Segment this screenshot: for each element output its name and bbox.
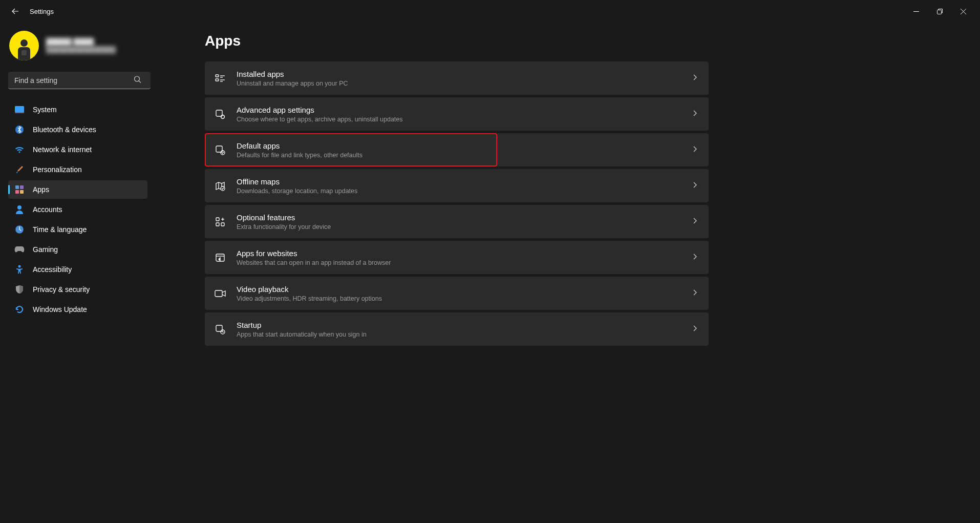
nav-label: Time & language [33, 225, 87, 234]
advanced-settings-icon [214, 108, 226, 120]
card-subtitle: Downloads, storage location, map updates [237, 187, 692, 195]
card-default-apps[interactable]: Default apps Defaults for file and link … [205, 133, 709, 166]
svg-rect-1 [937, 10, 941, 14]
card-subtitle: Uninstall and manage apps on your PC [237, 80, 692, 87]
optional-features-icon [214, 216, 226, 228]
nav-label: Gaming [33, 245, 58, 254]
video-playback-icon [214, 287, 226, 300]
svg-rect-38 [215, 290, 222, 297]
card-title: Optional features [237, 213, 692, 223]
chevron-right-icon [692, 110, 697, 119]
card-subtitle: Websites that can open in an app instead… [237, 259, 692, 266]
sidebar: █████ ████ ████████████████ System B [0, 23, 154, 523]
nav-item-time-language[interactable]: Time & language [8, 220, 147, 239]
system-icon [14, 104, 25, 115]
card-advanced-app-settings[interactable]: Advanced app settings Choose where to ge… [205, 97, 709, 131]
svg-rect-31 [216, 218, 219, 221]
maximize-button[interactable] [928, 3, 951, 19]
default-apps-icon [214, 144, 226, 156]
svg-rect-12 [15, 185, 19, 189]
svg-point-19 [18, 265, 21, 268]
card-title: Offline maps [237, 177, 692, 187]
nav-label: Privacy & security [33, 285, 90, 294]
gamepad-icon [14, 244, 25, 255]
close-button[interactable] [951, 3, 975, 19]
chevron-right-icon [692, 74, 697, 83]
search-icon [134, 76, 141, 86]
profile-name: █████ ████ [46, 38, 116, 46]
avatar [9, 31, 39, 60]
nav-item-personalization[interactable]: Personalization [8, 160, 147, 179]
svg-rect-20 [216, 75, 219, 77]
apps-for-websites-icon [214, 252, 226, 264]
card-offline-maps[interactable]: Offline maps Downloads, storage location… [205, 169, 709, 202]
nav-item-gaming[interactable]: Gaming [8, 240, 147, 259]
wifi-icon [14, 144, 25, 155]
nav-item-windows-update[interactable]: Windows Update [8, 300, 147, 319]
nav: System Bluetooth & devices Network & int… [8, 100, 147, 319]
profile-block[interactable]: █████ ████ ████████████████ [8, 28, 147, 70]
minimize-button[interactable] [904, 3, 928, 19]
card-title: Installed apps [237, 69, 692, 79]
card-title: Apps for websites [237, 248, 692, 259]
chevron-right-icon [692, 145, 697, 155]
nav-label: Accessibility [33, 265, 72, 274]
card-title: Advanced app settings [237, 105, 692, 115]
card-title: Startup [237, 320, 692, 330]
chevron-right-icon [692, 253, 697, 262]
nav-item-privacy[interactable]: Privacy & security [8, 280, 147, 299]
update-icon [14, 304, 25, 315]
profile-email: ████████████████ [46, 46, 116, 53]
window-title: Settings [30, 8, 54, 15]
titlebar: Settings [0, 0, 980, 23]
nav-item-apps[interactable]: Apps [8, 180, 147, 199]
svg-point-4 [20, 39, 28, 47]
chevron-right-icon [692, 217, 697, 226]
card-subtitle: Defaults for file and link types, other … [237, 152, 692, 159]
svg-rect-9 [15, 106, 24, 112]
profile-text: █████ ████ ████████████████ [46, 38, 116, 53]
card-title: Default apps [237, 141, 692, 151]
installed-apps-icon [214, 72, 226, 85]
card-subtitle: Choose where to get apps, archive apps, … [237, 116, 692, 123]
offline-maps-icon [214, 180, 226, 192]
content: Apps Installed apps Uninstall and manage… [154, 23, 980, 523]
nav-label: Windows Update [33, 305, 87, 313]
nav-item-accessibility[interactable]: Accessibility [8, 260, 147, 279]
nav-label: System [33, 106, 57, 114]
person-icon [14, 204, 25, 215]
chevron-right-icon [692, 325, 697, 334]
svg-point-16 [17, 205, 22, 210]
back-button[interactable] [8, 4, 23, 18]
accessibility-icon [14, 264, 25, 275]
card-apps-for-websites[interactable]: Apps for websites Websites that can open… [205, 241, 709, 274]
svg-rect-14 [15, 190, 19, 194]
nav-item-bluetooth[interactable]: Bluetooth & devices [8, 120, 147, 139]
settings-cards: Installed apps Uninstall and manage apps… [205, 61, 709, 346]
nav-item-system[interactable]: System [8, 100, 147, 119]
search-box [8, 72, 147, 89]
card-installed-apps[interactable]: Installed apps Uninstall and manage apps… [205, 61, 709, 95]
shield-icon [14, 284, 25, 295]
svg-line-8 [139, 81, 141, 83]
chevron-right-icon [692, 289, 697, 298]
svg-rect-13 [20, 185, 24, 189]
nav-item-accounts[interactable]: Accounts [8, 200, 147, 219]
search-input[interactable] [8, 72, 151, 89]
nav-label: Apps [33, 185, 49, 194]
svg-rect-10 [15, 112, 24, 113]
card-startup[interactable]: Startup Apps that start automatically wh… [205, 312, 709, 346]
card-video-playback[interactable]: Video playback Video adjustments, HDR st… [205, 277, 709, 310]
svg-rect-33 [221, 223, 224, 226]
card-optional-features[interactable]: Optional features Extra functionality fo… [205, 205, 709, 238]
nav-label: Accounts [33, 205, 62, 214]
card-subtitle: Extra functionality for your device [237, 223, 692, 231]
card-title: Video playback [237, 284, 692, 295]
nav-item-network[interactable]: Network & internet [8, 140, 147, 159]
svg-rect-6 [22, 50, 27, 55]
card-subtitle: Apps that start automatically when you s… [237, 331, 692, 338]
page-title: Apps [205, 33, 929, 49]
clock-globe-icon [14, 224, 25, 235]
card-subtitle: Video adjustments, HDR streaming, batter… [237, 295, 692, 302]
svg-rect-32 [216, 223, 219, 226]
